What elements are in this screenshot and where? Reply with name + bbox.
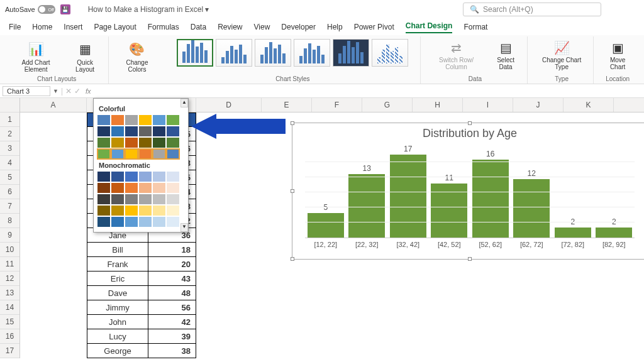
resize-handle[interactable] xyxy=(291,121,294,125)
resize-handle[interactable] xyxy=(468,121,472,125)
tab-view[interactable]: View xyxy=(254,23,270,31)
table-cell[interactable]: Dave xyxy=(87,286,148,300)
tab-formulas[interactable]: Formulas xyxy=(148,23,179,31)
chart-style-2[interactable] xyxy=(216,39,252,67)
chart-bar[interactable]: 2 xyxy=(554,217,592,238)
column-header[interactable]: K xyxy=(564,98,614,112)
save-icon[interactable]: 💾 xyxy=(60,4,70,14)
table-cell[interactable]: Lucy xyxy=(87,329,148,344)
color-swatch[interactable] xyxy=(111,217,124,227)
color-swatch[interactable] xyxy=(153,183,165,193)
scroll-up-icon[interactable]: ▲ xyxy=(180,99,188,107)
row-header[interactable]: 2 xyxy=(0,127,19,141)
color-swatch[interactable] xyxy=(153,206,165,216)
tab-developer[interactable]: Developer xyxy=(281,23,316,31)
tab-data[interactable]: Data xyxy=(191,23,206,31)
chart-bar[interactable]: 17 xyxy=(389,145,427,238)
search-input[interactable]: 🔍 Search (Alt+Q) xyxy=(463,3,601,16)
color-swatch[interactable] xyxy=(139,115,152,125)
color-swatch[interactable] xyxy=(139,149,152,159)
color-swatch[interactable] xyxy=(153,172,165,182)
color-swatch[interactable] xyxy=(111,206,124,216)
chart-bar[interactable]: 16 xyxy=(472,150,509,238)
table-cell[interactable]: 38 xyxy=(148,344,196,358)
color-swatch[interactable] xyxy=(111,183,124,193)
row-header[interactable]: 16 xyxy=(0,329,19,344)
quick-layout-button[interactable]: ▦Quick Layout xyxy=(65,39,104,74)
chart-style-3[interactable] xyxy=(255,39,291,67)
chart-bar[interactable]: 13 xyxy=(348,164,386,238)
color-swatch[interactable] xyxy=(167,115,179,125)
row-header[interactable]: 10 xyxy=(0,243,19,257)
table-cell[interactable]: 43 xyxy=(148,272,196,286)
column-header[interactable]: J xyxy=(513,98,564,112)
table-cell[interactable]: 42 xyxy=(148,315,196,329)
row-header[interactable]: 17 xyxy=(0,344,19,358)
table-cell[interactable]: John xyxy=(87,315,148,329)
resize-handle[interactable] xyxy=(291,189,294,193)
color-swatch[interactable] xyxy=(167,149,179,159)
color-swatch[interactable] xyxy=(125,138,138,148)
color-swatch[interactable] xyxy=(111,126,124,136)
color-swatch[interactable] xyxy=(167,172,179,182)
tab-file[interactable]: File xyxy=(9,23,21,31)
table-cell[interactable]: 39 xyxy=(148,329,196,344)
color-swatch[interactable] xyxy=(139,172,152,182)
color-swatch[interactable] xyxy=(139,206,152,216)
color-swatch[interactable] xyxy=(125,115,138,125)
color-swatch[interactable] xyxy=(97,206,110,216)
color-swatch[interactable] xyxy=(97,149,110,159)
resize-handle[interactable] xyxy=(468,257,472,261)
chart-style-6[interactable] xyxy=(372,39,408,67)
table-cell[interactable]: Jimmy xyxy=(87,300,148,315)
change-chart-type-button[interactable]: 📈Change Chart Type xyxy=(534,39,589,72)
color-swatch[interactable] xyxy=(111,115,124,125)
plot-area[interactable]: 5131711161222 xyxy=(305,144,635,238)
table-cell[interactable]: 18 xyxy=(148,243,196,257)
row-header[interactable]: 5 xyxy=(0,170,19,185)
select-all[interactable] xyxy=(0,98,19,112)
toggle-switch[interactable]: Off xyxy=(38,5,55,14)
chart-style-4[interactable] xyxy=(294,39,330,67)
tab-page-layout[interactable]: Page Layout xyxy=(94,23,136,31)
color-swatch[interactable] xyxy=(167,217,179,227)
row-header[interactable]: 3 xyxy=(0,141,19,156)
color-swatch[interactable] xyxy=(167,126,179,136)
table-cell[interactable]: George xyxy=(87,344,148,358)
move-chart-button[interactable]: ▣Move Chart xyxy=(600,39,635,72)
color-swatch[interactable] xyxy=(111,194,124,204)
color-swatch[interactable] xyxy=(125,194,138,204)
row-header[interactable]: 14 xyxy=(0,300,19,315)
tab-format[interactable]: Format xyxy=(464,23,487,31)
column-header[interactable]: D xyxy=(196,98,262,112)
color-swatch[interactable] xyxy=(153,115,165,125)
color-swatch[interactable] xyxy=(97,183,110,193)
column-header[interactable]: A xyxy=(20,98,87,112)
color-swatch[interactable] xyxy=(153,217,165,227)
add-chart-element-button[interactable]: 📊Add Chart Element xyxy=(9,39,63,74)
tab-chart-design[interactable]: Chart Design xyxy=(406,21,453,33)
table-cell[interactable]: 48 xyxy=(148,286,196,300)
resize-handle[interactable] xyxy=(291,257,294,261)
color-swatch[interactable] xyxy=(97,115,110,125)
color-swatch[interactable] xyxy=(97,217,110,227)
chevron-down-icon[interactable]: ▼ xyxy=(53,88,58,94)
color-swatch[interactable] xyxy=(139,194,152,204)
color-swatch[interactable] xyxy=(139,138,152,148)
color-swatch[interactable] xyxy=(153,126,165,136)
table-cell[interactable]: Bill xyxy=(87,243,148,257)
color-swatch[interactable] xyxy=(125,183,138,193)
table-cell[interactable]: 20 xyxy=(148,257,196,272)
color-swatch[interactable] xyxy=(139,183,152,193)
chart-bar[interactable]: 12 xyxy=(513,169,550,238)
color-swatch[interactable] xyxy=(97,126,110,136)
row-header[interactable]: 8 xyxy=(0,214,19,228)
row-header[interactable]: 1 xyxy=(0,112,19,127)
row-header[interactable]: 11 xyxy=(0,257,19,272)
color-swatch[interactable] xyxy=(125,149,138,159)
scroll-down-icon[interactable]: ▼ xyxy=(180,223,188,232)
chart-bar[interactable]: 11 xyxy=(430,173,468,238)
row-header[interactable]: 15 xyxy=(0,315,19,329)
column-header[interactable]: G xyxy=(362,98,413,112)
tab-insert[interactable]: Insert xyxy=(64,23,82,31)
